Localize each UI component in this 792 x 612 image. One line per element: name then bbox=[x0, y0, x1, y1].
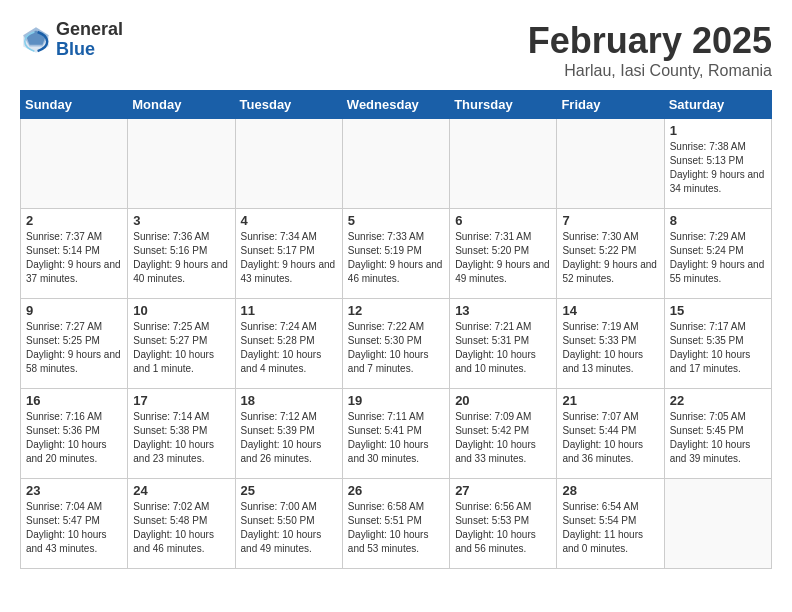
weekday-header-monday: Monday bbox=[128, 91, 235, 119]
calendar-cell: 20Sunrise: 7:09 AM Sunset: 5:42 PM Dayli… bbox=[450, 389, 557, 479]
day-info: Sunrise: 7:22 AM Sunset: 5:30 PM Dayligh… bbox=[348, 320, 444, 376]
day-number: 25 bbox=[241, 483, 337, 498]
day-number: 27 bbox=[455, 483, 551, 498]
calendar-cell bbox=[664, 479, 771, 569]
day-info: Sunrise: 7:24 AM Sunset: 5:28 PM Dayligh… bbox=[241, 320, 337, 376]
calendar-cell: 3Sunrise: 7:36 AM Sunset: 5:16 PM Daylig… bbox=[128, 209, 235, 299]
logo: General Blue bbox=[20, 20, 123, 60]
calendar-cell bbox=[21, 119, 128, 209]
calendar-cell: 22Sunrise: 7:05 AM Sunset: 5:45 PM Dayli… bbox=[664, 389, 771, 479]
calendar-cell: 23Sunrise: 7:04 AM Sunset: 5:47 PM Dayli… bbox=[21, 479, 128, 569]
day-number: 28 bbox=[562, 483, 658, 498]
day-number: 18 bbox=[241, 393, 337, 408]
calendar-cell: 27Sunrise: 6:56 AM Sunset: 5:53 PM Dayli… bbox=[450, 479, 557, 569]
calendar-cell: 17Sunrise: 7:14 AM Sunset: 5:38 PM Dayli… bbox=[128, 389, 235, 479]
weekday-header-wednesday: Wednesday bbox=[342, 91, 449, 119]
week-row-1: 1Sunrise: 7:38 AM Sunset: 5:13 PM Daylig… bbox=[21, 119, 772, 209]
weekday-header-thursday: Thursday bbox=[450, 91, 557, 119]
day-info: Sunrise: 7:17 AM Sunset: 5:35 PM Dayligh… bbox=[670, 320, 766, 376]
day-number: 7 bbox=[562, 213, 658, 228]
calendar-cell: 8Sunrise: 7:29 AM Sunset: 5:24 PM Daylig… bbox=[664, 209, 771, 299]
title-block: February 2025 Harlau, Iasi County, Roman… bbox=[528, 20, 772, 80]
calendar-cell: 7Sunrise: 7:30 AM Sunset: 5:22 PM Daylig… bbox=[557, 209, 664, 299]
day-number: 2 bbox=[26, 213, 122, 228]
day-number: 8 bbox=[670, 213, 766, 228]
calendar-cell: 11Sunrise: 7:24 AM Sunset: 5:28 PM Dayli… bbox=[235, 299, 342, 389]
day-number: 24 bbox=[133, 483, 229, 498]
day-info: Sunrise: 7:27 AM Sunset: 5:25 PM Dayligh… bbox=[26, 320, 122, 376]
day-number: 16 bbox=[26, 393, 122, 408]
day-number: 10 bbox=[133, 303, 229, 318]
day-info: Sunrise: 7:14 AM Sunset: 5:38 PM Dayligh… bbox=[133, 410, 229, 466]
calendar-cell: 2Sunrise: 7:37 AM Sunset: 5:14 PM Daylig… bbox=[21, 209, 128, 299]
calendar-table: SundayMondayTuesdayWednesdayThursdayFrid… bbox=[20, 90, 772, 569]
day-number: 23 bbox=[26, 483, 122, 498]
day-info: Sunrise: 7:16 AM Sunset: 5:36 PM Dayligh… bbox=[26, 410, 122, 466]
header: General Blue February 2025 Harlau, Iasi … bbox=[20, 20, 772, 80]
day-info: Sunrise: 7:38 AM Sunset: 5:13 PM Dayligh… bbox=[670, 140, 766, 196]
calendar-cell bbox=[450, 119, 557, 209]
day-number: 12 bbox=[348, 303, 444, 318]
day-info: Sunrise: 7:33 AM Sunset: 5:19 PM Dayligh… bbox=[348, 230, 444, 286]
calendar-cell: 28Sunrise: 6:54 AM Sunset: 5:54 PM Dayli… bbox=[557, 479, 664, 569]
day-number: 22 bbox=[670, 393, 766, 408]
day-info: Sunrise: 7:25 AM Sunset: 5:27 PM Dayligh… bbox=[133, 320, 229, 376]
day-number: 21 bbox=[562, 393, 658, 408]
week-row-4: 16Sunrise: 7:16 AM Sunset: 5:36 PM Dayli… bbox=[21, 389, 772, 479]
day-number: 6 bbox=[455, 213, 551, 228]
day-number: 26 bbox=[348, 483, 444, 498]
day-number: 1 bbox=[670, 123, 766, 138]
day-info: Sunrise: 7:29 AM Sunset: 5:24 PM Dayligh… bbox=[670, 230, 766, 286]
day-number: 11 bbox=[241, 303, 337, 318]
day-info: Sunrise: 6:54 AM Sunset: 5:54 PM Dayligh… bbox=[562, 500, 658, 556]
day-number: 14 bbox=[562, 303, 658, 318]
calendar-cell: 19Sunrise: 7:11 AM Sunset: 5:41 PM Dayli… bbox=[342, 389, 449, 479]
calendar-cell: 1Sunrise: 7:38 AM Sunset: 5:13 PM Daylig… bbox=[664, 119, 771, 209]
day-number: 19 bbox=[348, 393, 444, 408]
day-info: Sunrise: 7:12 AM Sunset: 5:39 PM Dayligh… bbox=[241, 410, 337, 466]
weekday-header-tuesday: Tuesday bbox=[235, 91, 342, 119]
day-number: 3 bbox=[133, 213, 229, 228]
day-info: Sunrise: 7:00 AM Sunset: 5:50 PM Dayligh… bbox=[241, 500, 337, 556]
calendar-cell: 26Sunrise: 6:58 AM Sunset: 5:51 PM Dayli… bbox=[342, 479, 449, 569]
weekday-header-saturday: Saturday bbox=[664, 91, 771, 119]
day-number: 13 bbox=[455, 303, 551, 318]
day-number: 9 bbox=[26, 303, 122, 318]
day-info: Sunrise: 7:21 AM Sunset: 5:31 PM Dayligh… bbox=[455, 320, 551, 376]
weekday-header-row: SundayMondayTuesdayWednesdayThursdayFrid… bbox=[21, 91, 772, 119]
calendar-cell: 6Sunrise: 7:31 AM Sunset: 5:20 PM Daylig… bbox=[450, 209, 557, 299]
day-info: Sunrise: 7:19 AM Sunset: 5:33 PM Dayligh… bbox=[562, 320, 658, 376]
calendar-subtitle: Harlau, Iasi County, Romania bbox=[528, 62, 772, 80]
day-number: 5 bbox=[348, 213, 444, 228]
day-info: Sunrise: 7:05 AM Sunset: 5:45 PM Dayligh… bbox=[670, 410, 766, 466]
day-number: 15 bbox=[670, 303, 766, 318]
calendar-cell: 24Sunrise: 7:02 AM Sunset: 5:48 PM Dayli… bbox=[128, 479, 235, 569]
week-row-5: 23Sunrise: 7:04 AM Sunset: 5:47 PM Dayli… bbox=[21, 479, 772, 569]
day-info: Sunrise: 7:04 AM Sunset: 5:47 PM Dayligh… bbox=[26, 500, 122, 556]
calendar-cell bbox=[235, 119, 342, 209]
calendar-cell bbox=[342, 119, 449, 209]
calendar-cell bbox=[128, 119, 235, 209]
calendar-cell: 15Sunrise: 7:17 AM Sunset: 5:35 PM Dayli… bbox=[664, 299, 771, 389]
calendar-cell: 14Sunrise: 7:19 AM Sunset: 5:33 PM Dayli… bbox=[557, 299, 664, 389]
day-number: 20 bbox=[455, 393, 551, 408]
day-info: Sunrise: 7:34 AM Sunset: 5:17 PM Dayligh… bbox=[241, 230, 337, 286]
day-info: Sunrise: 7:36 AM Sunset: 5:16 PM Dayligh… bbox=[133, 230, 229, 286]
calendar-cell: 12Sunrise: 7:22 AM Sunset: 5:30 PM Dayli… bbox=[342, 299, 449, 389]
day-info: Sunrise: 6:58 AM Sunset: 5:51 PM Dayligh… bbox=[348, 500, 444, 556]
calendar-cell: 25Sunrise: 7:00 AM Sunset: 5:50 PM Dayli… bbox=[235, 479, 342, 569]
calendar-cell: 9Sunrise: 7:27 AM Sunset: 5:25 PM Daylig… bbox=[21, 299, 128, 389]
calendar-cell: 4Sunrise: 7:34 AM Sunset: 5:17 PM Daylig… bbox=[235, 209, 342, 299]
day-number: 17 bbox=[133, 393, 229, 408]
logo-general: General Blue bbox=[56, 20, 123, 60]
day-info: Sunrise: 6:56 AM Sunset: 5:53 PM Dayligh… bbox=[455, 500, 551, 556]
day-info: Sunrise: 7:37 AM Sunset: 5:14 PM Dayligh… bbox=[26, 230, 122, 286]
calendar-cell bbox=[557, 119, 664, 209]
day-info: Sunrise: 7:02 AM Sunset: 5:48 PM Dayligh… bbox=[133, 500, 229, 556]
week-row-2: 2Sunrise: 7:37 AM Sunset: 5:14 PM Daylig… bbox=[21, 209, 772, 299]
calendar-cell: 16Sunrise: 7:16 AM Sunset: 5:36 PM Dayli… bbox=[21, 389, 128, 479]
day-info: Sunrise: 7:30 AM Sunset: 5:22 PM Dayligh… bbox=[562, 230, 658, 286]
weekday-header-friday: Friday bbox=[557, 91, 664, 119]
calendar-cell: 21Sunrise: 7:07 AM Sunset: 5:44 PM Dayli… bbox=[557, 389, 664, 479]
calendar-cell: 10Sunrise: 7:25 AM Sunset: 5:27 PM Dayli… bbox=[128, 299, 235, 389]
